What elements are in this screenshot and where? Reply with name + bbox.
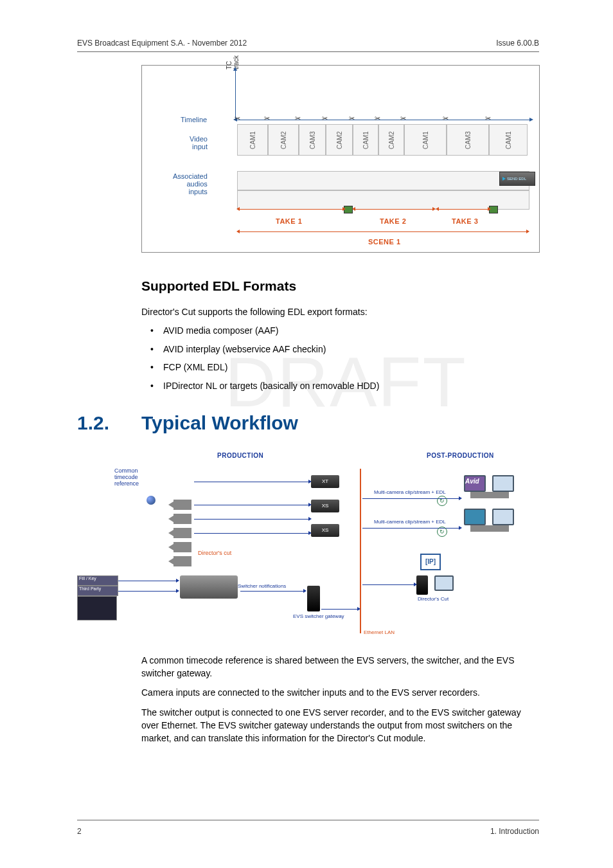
directors-cut-label: Director's cut [198, 550, 231, 556]
arrow-line [194, 482, 308, 482]
arrow-line [362, 584, 414, 585]
page-header: EVS Broadcast Equipment S.A. - November … [77, 39, 539, 51]
send-edl-button[interactable]: SEND EDL [499, 172, 535, 186]
arrow-line [240, 591, 303, 592]
supported-formats-heading: Supported EDL Formats [141, 278, 539, 294]
seg-cam1c: CAM1 [404, 124, 447, 156]
check-icon: ↻ [437, 496, 447, 506]
keyboard-icon [470, 492, 509, 498]
arrow-line [194, 533, 308, 534]
gateway-tower-icon [307, 586, 320, 611]
header-left: EVS Broadcast Equipment S.A. - November … [77, 39, 247, 48]
avid-logo: Avid [465, 478, 479, 485]
list-item: IPDirector NL or targets (basically on r… [141, 380, 539, 393]
directors-cut-ip-label: Director's Cut [418, 596, 449, 602]
switcher-console-icon [180, 575, 238, 599]
take3-label: TAKE 3 [452, 217, 478, 225]
evs-gateway-label: EVS switcher gateway [293, 613, 344, 619]
axis-vertical-arrow [233, 67, 237, 71]
take1-arrow [240, 209, 342, 210]
seg-cam1d: CAM1 [489, 124, 528, 156]
ethernet-label: Ethernet LAN [364, 629, 395, 635]
page-footer: 2 1. Introduction [77, 820, 539, 836]
axis-vertical [235, 69, 236, 120]
arrow-line [321, 609, 357, 610]
arrow-line [194, 505, 308, 505]
footer-section: 1. Introduction [490, 827, 539, 836]
scissors-icon: ✂ [264, 114, 270, 123]
list-item: AVID interplay (webservice AAF checkin) [141, 343, 539, 356]
arrow-line [118, 591, 176, 592]
supported-list: AVID media composer (AAF) AVID interplay… [141, 325, 539, 392]
common-timecode-label: Common timecode reference [114, 467, 139, 487]
associated-audio-label: Associated audios inputs [173, 172, 208, 195]
seg-cam3b: CAM3 [447, 124, 489, 156]
footer-rule [77, 820, 539, 820]
monitor-icon [492, 509, 514, 525]
camera-icon [173, 528, 191, 538]
seg-cam3: CAM3 [299, 124, 326, 156]
scissors-icon: ✂ [443, 114, 449, 123]
page-number: 2 [77, 827, 82, 836]
camera-icon [173, 542, 191, 552]
seg-cam1: CAM1 [237, 124, 268, 156]
timeline-label: Timeline [181, 116, 207, 123]
server-xt: XT [311, 475, 339, 488]
tc-track-label: TC track [226, 58, 240, 69]
body-paragraph: A common timecode reference is shared be… [141, 654, 539, 680]
switcher-notif-label: Switcher notifications [238, 583, 286, 589]
arrow-line [118, 581, 176, 581]
supported-intro: Director's Cut supports the following ED… [141, 305, 539, 318]
take2-arrow [355, 209, 432, 210]
header-rule [77, 51, 539, 52]
scissors-icon: ✂ [400, 114, 406, 123]
seg-cam2c: CAM2 [378, 124, 404, 156]
multi-clip-label: Multi-camera clip/stream + EDL [374, 489, 446, 495]
header-right: Issue 6.00.B [496, 39, 539, 48]
fill-key-box: Fill / Key [77, 575, 118, 586]
timecode-disc-icon [147, 496, 155, 505]
arrow-line [194, 519, 308, 520]
multi-clip-label: Multi-camera clip/stream + EDL [374, 519, 446, 525]
list-item: FCP (XML EDL) [141, 361, 539, 374]
monitor-icon [492, 475, 514, 492]
body-paragraph: Camera inputs are connected to the switc… [141, 686, 539, 699]
scissors-icon: ✂ [295, 114, 301, 123]
workflow-diagram: PRODUCTION POST-PRODUCTION Common timeco… [77, 449, 540, 642]
fcp-screen [464, 509, 486, 525]
seg-cam1b: CAM1 [353, 124, 378, 156]
production-label: PRODUCTION [217, 452, 263, 459]
monitor-icon [434, 575, 454, 591]
section-title: Typical Workflow [141, 412, 298, 434]
timeline-track: CAM1 CAM2 CAM3 CAM2 CAM1 CAM2 CAM1 CAM3 … [237, 122, 529, 156]
audio-track-1 [237, 171, 529, 190]
video-input-label: Video input [190, 135, 208, 150]
take2-label: TAKE 2 [380, 217, 406, 225]
seg-cam2b: CAM2 [326, 124, 353, 156]
section-number: 1.2. [77, 412, 141, 434]
take1-label: TAKE 1 [276, 217, 302, 225]
panel-box [77, 596, 117, 620]
ip-tower-icon [416, 575, 428, 595]
scene-arrow [240, 231, 526, 232]
scissors-icon: ✂ [235, 114, 240, 123]
check-icon: ↻ [437, 527, 447, 537]
server-xs: XS [311, 500, 339, 512]
timeline-diagram: TC track Timeline Video input Associated… [141, 65, 540, 253]
third-party-box: Third Party [77, 586, 118, 596]
camera-icon [173, 500, 191, 510]
camera-icon [173, 514, 191, 524]
scissors-icon: ✂ [349, 114, 355, 123]
seg-cam2: CAM2 [268, 124, 299, 156]
section-heading-row: 1.2. Typical Workflow [77, 412, 539, 434]
server-xs: XS [311, 524, 339, 537]
body-paragraph: The switcher output is connected to one … [141, 706, 539, 745]
scissors-icon: ✂ [322, 114, 328, 123]
post-production-label: POST-PRODUCTION [427, 452, 494, 459]
scissors-icon: ✂ [485, 114, 491, 123]
list-item: AVID media composer (AAF) [141, 325, 539, 338]
ip-box: [IP] [420, 554, 441, 570]
camera-icon [173, 556, 191, 566]
scene-label: SCENE 1 [368, 238, 401, 246]
scissors-icon: ✂ [375, 114, 380, 123]
